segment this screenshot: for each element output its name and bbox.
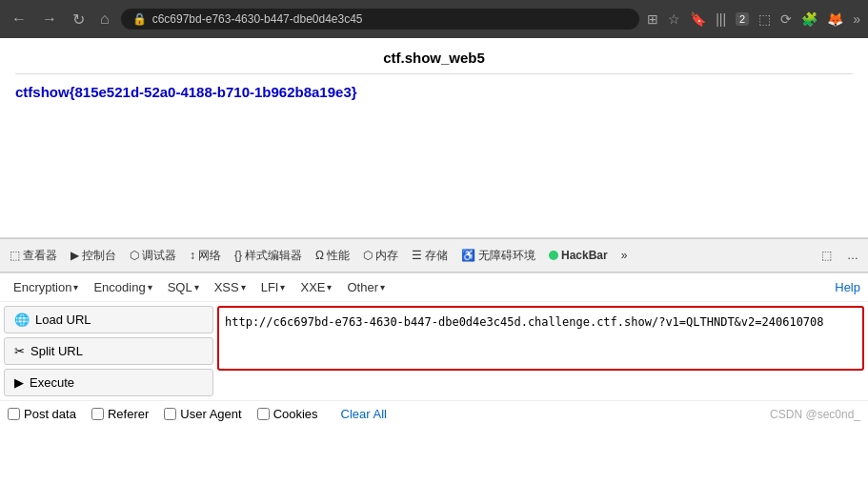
- lfi-chevron: ▾: [280, 282, 285, 292]
- hackbar-bottom: Post data Referer User Agent Cookies Cle…: [0, 400, 868, 427]
- load-url-icon: 🌐: [14, 313, 30, 327]
- encoding-menu[interactable]: Encoding ▾: [88, 277, 157, 297]
- back-button[interactable]: ←: [8, 9, 30, 30]
- devtools-hackbar[interactable]: HackBar: [543, 245, 614, 266]
- console-icon: ▶: [71, 249, 79, 262]
- devtools-options[interactable]: …: [841, 245, 864, 266]
- performance-icon: Ω: [315, 249, 324, 262]
- page-title: ctf.show_web5: [15, 50, 853, 74]
- hackbar-dot-icon: [549, 251, 558, 260]
- hackbar: Encryption ▾ Encoding ▾ SQL ▾ XSS ▾ LFI …: [0, 272, 868, 427]
- other-chevron: ▾: [380, 282, 385, 292]
- network-icon: ↕: [190, 249, 195, 262]
- forward-button[interactable]: →: [38, 9, 61, 30]
- referer-label[interactable]: Referer: [91, 407, 149, 421]
- bookmark-icon[interactable]: 🔖: [690, 11, 706, 27]
- url-input-area: http://c6c697bd-e763-4630-b447-dbe0d4e3c…: [217, 306, 864, 396]
- post-data-checkbox[interactable]: [8, 408, 20, 420]
- devtools-inspector[interactable]: ⬚ 查看器: [4, 244, 63, 268]
- inspector-icon: ⬚: [10, 249, 20, 262]
- cookies-label[interactable]: Cookies: [257, 407, 318, 421]
- execute-icon: ▶: [14, 375, 24, 390]
- referer-checkbox[interactable]: [91, 408, 104, 420]
- grid-icon[interactable]: ⊞: [647, 11, 658, 27]
- encoding-chevron: ▾: [148, 282, 152, 292]
- devtools-debugger[interactable]: ⬡ 调试器: [124, 244, 182, 268]
- star-icon[interactable]: ☆: [668, 11, 680, 27]
- back-alt-icon[interactable]: ⟳: [780, 11, 792, 27]
- lfi-menu[interactable]: LFI ▾: [255, 277, 292, 297]
- devtools-storage[interactable]: ☰ 存储: [406, 244, 454, 268]
- split-url-icon: ✂: [14, 344, 25, 358]
- execute-button[interactable]: ▶ Execute: [4, 369, 213, 396]
- home-button[interactable]: ⌂: [96, 9, 113, 30]
- more-icon[interactable]: »: [853, 11, 860, 27]
- address-bar[interactable]: 🔒 c6c697bd-e763-4630-b447-dbe0d4e3c45: [121, 9, 639, 30]
- url-display[interactable]: http://c6c697bd-e763-4630-b447-dbe0d4e3c…: [217, 306, 864, 371]
- extension-icon2[interactable]: 🦊: [827, 11, 843, 27]
- devtools-dock[interactable]: ⬚: [816, 245, 838, 266]
- lock-icon: 🔒: [132, 12, 147, 26]
- memory-icon: ⬡: [363, 249, 373, 262]
- xxe-menu[interactable]: XXE ▾: [294, 277, 337, 297]
- split-url-button[interactable]: ✂ Split URL: [4, 337, 213, 365]
- encryption-menu[interactable]: Encryption ▾: [8, 277, 84, 297]
- devtools-memory[interactable]: ⬡ 内存: [357, 244, 404, 268]
- sql-menu[interactable]: SQL ▾: [162, 277, 205, 297]
- user-agent-checkbox[interactable]: [164, 408, 176, 420]
- devtools-style-editor[interactable]: {} 样式编辑器: [229, 244, 308, 268]
- reload-button[interactable]: ↻: [69, 9, 89, 30]
- help-link[interactable]: Help: [835, 280, 860, 294]
- hackbar-menu: Encryption ▾ Encoding ▾ SQL ▾ XSS ▾ LFI …: [0, 273, 868, 302]
- debugger-icon: ⬡: [130, 249, 139, 262]
- accessibility-icon: ♿: [461, 249, 475, 262]
- sidebar-icon[interactable]: |||: [716, 11, 726, 27]
- devtools-console[interactable]: ▶ 控制台: [65, 244, 122, 268]
- address-text: c6c697bd-e763-4630-b447-dbe0d4e3c45: [152, 12, 363, 26]
- devtools-toolbar: ⬚ 查看器 ▶ 控制台 ⬡ 调试器 ↕ 网络 {} 样式编辑器 Ω 性能 ⬡ 内…: [0, 238, 868, 272]
- hackbar-main: 🌐 Load URL ✂ Split URL ▶ Execute http://…: [0, 302, 868, 400]
- encryption-chevron: ▾: [73, 282, 78, 292]
- devtools-performance[interactable]: Ω 性能: [310, 244, 355, 268]
- xss-chevron: ▾: [241, 282, 246, 292]
- post-data-label[interactable]: Post data: [8, 407, 76, 421]
- devtools-accessibility[interactable]: ♿ 无障碍环境: [455, 244, 541, 268]
- clear-all-button[interactable]: Clear All: [341, 407, 387, 421]
- style-icon: {}: [234, 249, 242, 262]
- devtools-network[interactable]: ↕ 网络: [184, 244, 227, 268]
- page-content: ctf.show_web5 ctfshow{815e521d-52a0-4188…: [0, 38, 868, 238]
- xss-menu[interactable]: XSS ▾: [209, 277, 252, 297]
- devtools-more[interactable]: »: [616, 245, 634, 266]
- extension-icon1[interactable]: 🧩: [801, 11, 818, 27]
- cookies-checkbox[interactable]: [257, 408, 270, 420]
- watermark: CSDN @sec0nd_: [770, 408, 860, 421]
- browser-icons: ⊞ ☆ 🔖 ||| 2 ⬚ ⟳ 🧩 🦊 »: [647, 11, 860, 27]
- other-menu[interactable]: Other ▾: [341, 277, 391, 297]
- xxe-chevron: ▾: [327, 282, 332, 292]
- hackbar-sidebar: 🌐 Load URL ✂ Split URL ▶ Execute: [4, 306, 213, 396]
- tab-count-badge: 2: [736, 12, 749, 26]
- browser-chrome: ← → ↻ ⌂ 🔒 c6c697bd-e763-4630-b447-dbe0d4…: [0, 0, 868, 38]
- load-url-button[interactable]: 🌐 Load URL: [4, 306, 213, 333]
- screenshot-icon[interactable]: ⬚: [758, 11, 771, 27]
- storage-icon: ☰: [412, 249, 422, 262]
- sql-chevron: ▾: [194, 282, 199, 292]
- user-agent-label[interactable]: User Agent: [164, 407, 241, 421]
- flag-text: ctfshow{815e521d-52a0-4188-b710-1b962b8a…: [15, 84, 853, 100]
